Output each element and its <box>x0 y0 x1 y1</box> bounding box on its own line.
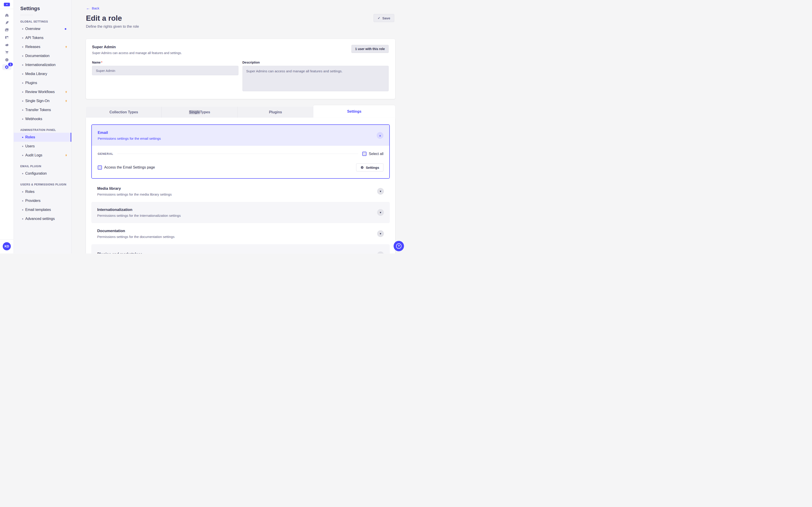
user-avatar[interactable]: KD <box>3 242 11 250</box>
tab-collection-types[interactable]: Collection Types <box>86 107 161 118</box>
sidebar-title: Settings <box>20 6 71 11</box>
lightning-bolt-icon <box>65 154 68 157</box>
users-with-role-button[interactable]: 1 user with this role <box>351 45 389 53</box>
sidebar-item-audit-logs[interactable]: Audit Logs <box>14 151 71 160</box>
bullet-icon <box>22 155 23 156</box>
settings-sidebar: Settings GLOBAL SETTINGS Overview API To… <box>14 0 71 253</box>
bullet-icon <box>22 191 23 192</box>
page-title: Edit a role <box>86 14 406 22</box>
bullet-icon <box>22 92 23 93</box>
accordion-email: Email Permissions settings for the email… <box>91 124 390 179</box>
section-global-settings: GLOBAL SETTINGS <box>20 20 71 23</box>
sidebar-item-internationalization[interactable]: Internationalization <box>14 60 71 69</box>
name-field[interactable] <box>92 66 239 75</box>
section-administration-panel: ADMINISTRATION PANEL <box>20 128 71 131</box>
select-all-checkbox[interactable]: ✓ <box>362 152 366 156</box>
chevron-down-icon[interactable]: ▼ <box>377 188 384 195</box>
marketplace-cart-icon[interactable] <box>2 49 11 55</box>
lightning-bolt-icon <box>65 45 68 49</box>
media-library-icon[interactable] <box>2 27 11 33</box>
bullet-icon <box>22 173 23 174</box>
paper-plane-icon <box>4 3 9 6</box>
role-description-text: Super Admins can access and manage all f… <box>92 51 182 55</box>
cloud-icon[interactable] <box>2 42 11 48</box>
divider-line <box>117 154 358 154</box>
email-settings-button[interactable]: Settings <box>356 163 384 171</box>
accordion-internationalization[interactable]: Internationalization Permissions setting… <box>91 202 390 223</box>
sidebar-item-users[interactable]: Users <box>14 142 71 151</box>
permissions-tabs: Collection Types Single Types Plugins Se… <box>86 105 395 118</box>
strapi-logo[interactable] <box>4 3 10 6</box>
sidebar-item-documentation[interactable]: Documentation <box>14 51 71 60</box>
description-field-label: Description <box>243 61 389 64</box>
sidebar-item-email-templates[interactable]: Email templates <box>14 205 71 214</box>
access-email-settings-label: Access the Email Settings page <box>104 165 155 169</box>
accordion-plugins-marketplace[interactable]: Plugins and marketplace ▼ <box>91 244 390 253</box>
help-button[interactable]: ? <box>394 241 404 251</box>
sidebar-item-releases[interactable]: Releases <box>14 42 71 51</box>
sidebar-item-plugins[interactable]: Plugins <box>14 78 71 88</box>
sidebar-item-providers[interactable]: Providers <box>14 196 71 205</box>
section-users-permissions-plugin: USERS & PERMISSIONS PLUGIN <box>20 183 71 186</box>
chevron-down-icon[interactable]: ▼ <box>377 209 384 216</box>
bullet-icon <box>22 146 23 147</box>
tab-settings[interactable]: Settings <box>313 105 395 118</box>
permissions-tab-panel: Email Permissions settings for the email… <box>86 118 395 253</box>
bullet-icon <box>22 55 23 57</box>
tab-single-types[interactable]: Single Types <box>161 107 237 118</box>
question-mark-icon: ? <box>396 243 402 249</box>
sidebar-divider <box>20 15 33 15</box>
bullet-icon <box>22 200 23 202</box>
bullet-icon <box>22 38 23 39</box>
access-email-settings-checkbox[interactable]: ✓ <box>98 165 102 170</box>
save-button[interactable]: ✓ Save <box>373 14 394 22</box>
info-icon[interactable] <box>2 57 11 63</box>
tab-plugins[interactable]: Plugins <box>238 107 313 118</box>
sidebar-item-transfer-tokens[interactable]: Transfer Tokens <box>14 105 71 114</box>
sidebar-item-api-tokens[interactable]: API Tokens <box>14 33 71 42</box>
bullet-icon <box>22 82 23 83</box>
home-icon[interactable] <box>2 12 11 18</box>
sidebar-item-review-workflows[interactable]: Review Workflows <box>14 88 71 97</box>
permissions-card: Collection Types Single Types Plugins Se… <box>86 105 395 253</box>
sidebar-item-advanced-settings[interactable]: Advanced settings <box>14 214 71 223</box>
chevron-down-icon[interactable]: ▼ <box>377 230 384 237</box>
chevron-up-icon[interactable]: ▲ <box>377 132 384 139</box>
bullet-icon <box>22 110 23 111</box>
gear-icon <box>360 166 364 169</box>
sidebar-item-roles-up[interactable]: Roles <box>14 187 71 196</box>
bullet-icon <box>22 137 23 138</box>
bullet-icon <box>22 29 23 30</box>
icon-rail: 1 KD <box>0 0 14 253</box>
bullet-icon <box>22 209 23 211</box>
page-subtitle: Define the rights given to the role <box>86 24 406 29</box>
sidebar-item-overview[interactable]: Overview <box>14 24 71 33</box>
name-field-label: Name* <box>92 61 239 64</box>
bullet-icon <box>22 73 23 74</box>
bullet-icon <box>22 218 23 220</box>
sidebar-item-media-library[interactable]: Media Library <box>14 69 71 78</box>
content-manager-feather-icon[interactable] <box>2 19 11 25</box>
bullet-icon <box>22 64 23 66</box>
sidebar-item-configuration[interactable]: Configuration <box>14 169 71 178</box>
role-info-card: Super Admin Super Admins can access and … <box>86 39 395 99</box>
chevron-down-icon[interactable]: ▼ <box>377 251 384 253</box>
bullet-icon <box>22 118 23 120</box>
accordion-email-body: GENERAL ✓ Select all ✓ Access the Email … <box>92 146 389 178</box>
content-type-builder-icon[interactable] <box>2 35 11 40</box>
settings-gear-icon[interactable]: 1 <box>2 64 11 70</box>
sidebar-item-webhooks[interactable]: Webhooks <box>14 114 71 123</box>
rail-divider <box>0 9 13 9</box>
sidebar-item-single-sign-on[interactable]: Single Sign-On <box>14 97 71 105</box>
accordion-media-library[interactable]: Media library Permissions settings for t… <box>91 181 390 202</box>
accordion-email-title: Email <box>98 130 161 135</box>
required-asterisk: * <box>101 61 102 64</box>
accordion-documentation[interactable]: Documentation Permissions settings for t… <box>91 223 390 244</box>
section-email-plugin: EMAIL PLUGIN <box>20 165 71 168</box>
notification-dot-icon <box>65 28 66 30</box>
description-field[interactable]: Super Admins can access and manage all f… <box>243 66 389 91</box>
accordion-email-header[interactable]: Email Permissions settings for the email… <box>92 125 389 146</box>
sidebar-item-roles-admin[interactable]: Roles <box>14 133 71 142</box>
select-all-label: Select all <box>369 152 384 156</box>
back-button[interactable]: ← Back <box>86 6 99 10</box>
